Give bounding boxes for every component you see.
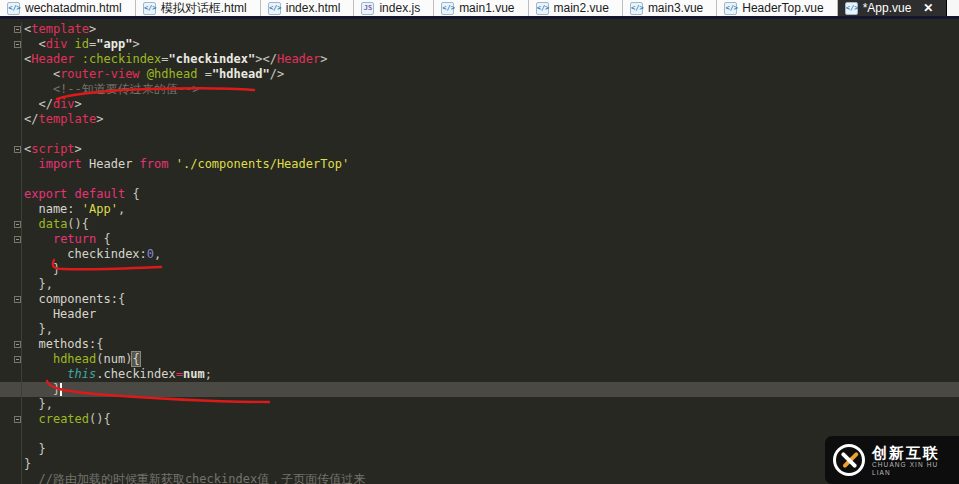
fold-toggle-icon[interactable] xyxy=(14,221,21,228)
tab-main2.vue[interactable]: </>main2.vue xyxy=(529,0,623,16)
gutter xyxy=(0,352,22,367)
code-line-25[interactable]: } xyxy=(0,382,959,397)
tab-HeaderTop.vue[interactable]: </>HeaderTop.vue xyxy=(717,0,837,16)
code-line-20[interactable]: Header xyxy=(0,307,959,322)
code-text: Header xyxy=(22,307,96,322)
fold-toggle-icon[interactable] xyxy=(14,146,21,153)
code-text: //路由加载的时候重新获取checkindex值，子页面传值过来 xyxy=(22,472,365,484)
code-line-6[interactable]: </div> xyxy=(0,97,959,112)
tab-label: 模拟对话框.html xyxy=(161,0,247,17)
tab-label: main3.vue xyxy=(648,1,703,15)
gutter xyxy=(0,97,22,112)
tab--.html[interactable]: </>模拟对话框.html xyxy=(136,0,261,16)
code-line-1[interactable]: <template> xyxy=(0,22,959,37)
gutter xyxy=(0,367,22,382)
file-code-icon: </> xyxy=(536,2,549,15)
gutter xyxy=(0,427,22,442)
code-line-31[interactable]: //路由加载的时候重新获取checkindex值，子页面传值过来 xyxy=(0,472,959,484)
code-text: <script> xyxy=(22,142,82,157)
code-text: this.checkindex=num; xyxy=(22,367,212,382)
code-text: } xyxy=(22,382,62,397)
fold-toggle-icon[interactable] xyxy=(14,26,21,33)
code-text: }, xyxy=(22,322,53,337)
code-area[interactable]: <template> <div id="app"><Header :checki… xyxy=(0,22,959,484)
gutter xyxy=(0,232,22,247)
code-line-15[interactable]: return { xyxy=(0,232,959,247)
gutter xyxy=(0,217,22,232)
code-text: components:{ xyxy=(22,292,125,307)
code-line-9[interactable]: <script> xyxy=(0,142,959,157)
fold-toggle-icon[interactable] xyxy=(14,416,21,423)
code-line-29[interactable]: } xyxy=(0,442,959,457)
code-text: </template> xyxy=(22,112,103,127)
editor-window: </>wechatadmin.html</>模拟对话框.html</>index… xyxy=(0,0,959,484)
text-cursor xyxy=(60,383,62,396)
file-code-icon: </> xyxy=(724,2,737,15)
code-line-30[interactable]: } xyxy=(0,457,959,472)
code-line-12[interactable]: export default { xyxy=(0,187,959,202)
code-text: <div id="app"> xyxy=(22,37,140,52)
file-code-icon: </> xyxy=(7,2,20,15)
code-line-28[interactable] xyxy=(0,427,959,442)
code-line-10[interactable]: import Header from './components/HeaderT… xyxy=(0,157,959,172)
tab-index.html[interactable]: </>index.html xyxy=(261,0,355,16)
code-line-21[interactable]: }, xyxy=(0,322,959,337)
gutter xyxy=(0,277,22,292)
gutter xyxy=(0,322,22,337)
gutter xyxy=(0,292,22,307)
code-line-4[interactable]: <router-view @hdhead ="hdhead"/> xyxy=(0,67,959,82)
code-text: }, xyxy=(22,277,53,292)
code-line-19[interactable]: components:{ xyxy=(0,292,959,307)
code-line-2[interactable]: <div id="app"> xyxy=(0,37,959,52)
tab-main1.vue[interactable]: </>main1.vue xyxy=(434,0,528,16)
gutter xyxy=(0,157,22,172)
code-text xyxy=(22,172,24,187)
code-line-18[interactable]: }, xyxy=(0,277,959,292)
code-line-13[interactable]: name: 'App', xyxy=(0,202,959,217)
tab--App.vue[interactable]: </>*App.vue✕ xyxy=(838,0,948,16)
code-line-26[interactable]: }, xyxy=(0,397,959,412)
file-code-icon: </> xyxy=(143,2,156,15)
fold-toggle-icon[interactable] xyxy=(14,296,21,303)
code-line-22[interactable]: methods:{ xyxy=(0,337,959,352)
tab-label: index.js xyxy=(379,1,420,15)
watermark-badge: 创新互联 CHUANG XIN HU LIAN xyxy=(825,436,959,484)
code-line-7[interactable]: </template> xyxy=(0,112,959,127)
code-text: import Header from './components/HeaderT… xyxy=(22,157,349,172)
tab-index.js[interactable]: JSindex.js xyxy=(354,0,434,16)
tab-wechatadmin.html[interactable]: </>wechatadmin.html xyxy=(0,0,136,16)
code-line-3[interactable]: <Header :checkindex="checkindex"></Heade… xyxy=(0,52,959,67)
code-line-24[interactable]: this.checkindex=num; xyxy=(0,367,959,382)
code-line-17[interactable]: } xyxy=(0,262,959,277)
gutter xyxy=(0,382,22,397)
code-line-23[interactable]: hdhead(num){ xyxy=(0,352,959,367)
fold-toggle-icon[interactable] xyxy=(14,356,21,363)
tab-close-icon[interactable]: ✕ xyxy=(923,1,933,15)
code-text: created(){ xyxy=(22,412,111,427)
gutter xyxy=(0,112,22,127)
gutter xyxy=(0,307,22,322)
code-line-11[interactable] xyxy=(0,172,959,187)
code-line-8[interactable] xyxy=(0,127,959,142)
fold-toggle-icon[interactable] xyxy=(14,341,21,348)
tab-main3.vue[interactable]: </>main3.vue xyxy=(623,0,717,16)
code-text: <!--知道要传过来的值--> xyxy=(22,82,199,97)
gutter xyxy=(0,82,22,97)
file-code-icon: </> xyxy=(441,2,454,15)
gutter xyxy=(0,202,22,217)
code-line-14[interactable]: data(){ xyxy=(0,217,959,232)
fold-toggle-icon[interactable] xyxy=(14,236,21,243)
gutter xyxy=(0,472,22,484)
brand-logo-icon xyxy=(833,444,865,476)
tab-label: *App.vue xyxy=(863,1,912,15)
tab-label: HeaderTop.vue xyxy=(742,1,823,15)
code-line-16[interactable]: checkindex:0, xyxy=(0,247,959,262)
code-line-27[interactable]: created(){ xyxy=(0,412,959,427)
code-text: export default { xyxy=(22,187,140,202)
code-text: hdhead(num){ xyxy=(22,352,140,367)
gutter xyxy=(0,142,22,157)
code-line-5[interactable]: <!--知道要传过来的值--> xyxy=(0,82,959,97)
fold-toggle-icon[interactable] xyxy=(14,41,21,48)
tab-bar: </>wechatadmin.html</>模拟对话框.html</>index… xyxy=(0,0,959,19)
gutter xyxy=(0,247,22,262)
